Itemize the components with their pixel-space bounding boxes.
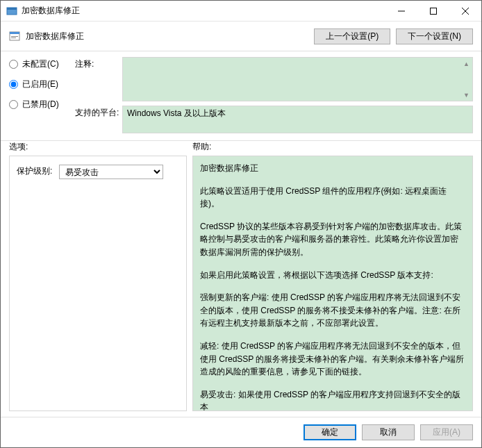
window-title: 加密数据库修正	[22, 5, 385, 17]
config-area: 未配置(C) 已启用(E) 已禁用(D) 注释: ▲ ▼ 支持的平台: Wind…	[1, 51, 481, 140]
help-text: 易受攻击: 如果使用 CredSSP 的客户端应用程序支持回退到不安全的版本	[200, 388, 465, 411]
radio-disabled-input[interactable]	[9, 100, 18, 109]
radio-not-configured[interactable]: 未配置(C)	[9, 58, 75, 70]
help-text: CredSSP 协议的某些版本容易受到针对客户端的加密数据库攻击。此策略控制与易…	[200, 220, 465, 259]
svg-rect-3	[431, 8, 437, 14]
next-setting-button[interactable]: 下一个设置(N)	[396, 28, 473, 44]
window-controls	[385, 1, 481, 21]
app-icon	[6, 6, 17, 17]
platform-label: 支持的平台:	[75, 106, 122, 133]
radio-enabled-input[interactable]	[9, 80, 18, 89]
title-bar: 加密数据库修正	[1, 1, 481, 22]
comment-label: 注释:	[75, 57, 122, 101]
section-labels-row: 选项: 帮助:	[1, 141, 481, 156]
help-panel[interactable]: 加密数据库修正 此策略设置适用于使用 CredSSP 组件的应用程序(例如: 远…	[192, 156, 473, 411]
sub-header: 加密数据库修正 上一个设置(P) 下一个设置(N)	[1, 22, 481, 51]
ok-button[interactable]: 确定	[304, 424, 356, 440]
minimize-button[interactable]	[385, 1, 417, 21]
cancel-button[interactable]: 取消	[362, 424, 415, 440]
radio-disabled-label: 已禁用(D)	[22, 99, 59, 110]
options-panel: 保护级别: 易受攻击	[9, 156, 187, 411]
protection-level-select[interactable]: 易受攻击	[59, 165, 163, 179]
comment-input[interactable]: ▲ ▼	[122, 57, 473, 101]
radio-disabled[interactable]: 已禁用(D)	[9, 99, 75, 110]
radio-enabled-label: 已启用(E)	[22, 78, 58, 90]
svg-rect-9	[11, 38, 16, 38]
help-text: 加密数据库修正	[200, 162, 465, 175]
protection-level-label: 保护级别:	[17, 165, 52, 177]
scroll-down-icon[interactable]: ▼	[460, 89, 472, 101]
platform-value: Windows Vista 及以上版本	[127, 108, 226, 118]
previous-setting-button[interactable]: 上一个设置(P)	[314, 28, 390, 44]
help-text: 如果启用此策略设置，将根据以下选项选择 CredSSP 版本支持:	[200, 269, 465, 282]
close-button[interactable]	[449, 1, 481, 21]
help-text: 强制更新的客户端: 使用 CredSSP 的客户端应用程序将无法回退到不安全的版…	[200, 291, 465, 330]
platform-row: 支持的平台: Windows Vista 及以上版本	[75, 106, 473, 133]
svg-rect-1	[7, 8, 17, 10]
state-radio-group: 未配置(C) 已启用(E) 已禁用(D)	[9, 57, 75, 138]
comment-row: 注释: ▲ ▼	[75, 57, 473, 101]
svg-rect-7	[10, 32, 19, 34]
help-text: 此策略设置适用于使用 CredSSP 组件的应用程序(例如: 远程桌面连接)。	[200, 185, 465, 210]
radio-not-configured-label: 未配置(C)	[22, 58, 59, 70]
radio-not-configured-input[interactable]	[9, 60, 18, 69]
help-label: 帮助:	[192, 141, 473, 153]
radio-enabled[interactable]: 已启用(E)	[9, 78, 75, 90]
scroll-up-icon[interactable]: ▲	[460, 58, 472, 69]
maximize-button[interactable]	[417, 1, 449, 21]
fields-column: 注释: ▲ ▼ 支持的平台: Windows Vista 及以上版本	[75, 57, 473, 138]
options-label: 选项:	[9, 141, 192, 153]
svg-rect-8	[11, 36, 18, 37]
panels: 保护级别: 易受攻击 加密数据库修正 此策略设置适用于使用 CredSSP 组件…	[1, 156, 481, 417]
help-text: 减轻: 使用 CredSSP 的客户端应用程序将无法回退到不安全的版本，但使用 …	[200, 340, 465, 379]
policy-icon	[9, 31, 20, 42]
policy-title: 加密数据库修正	[26, 31, 308, 42]
apply-button[interactable]: 应用(A)	[420, 424, 473, 440]
dialog-footer: 确定 取消 应用(A)	[1, 417, 481, 447]
platform-value-box: Windows Vista 及以上版本	[122, 106, 473, 133]
